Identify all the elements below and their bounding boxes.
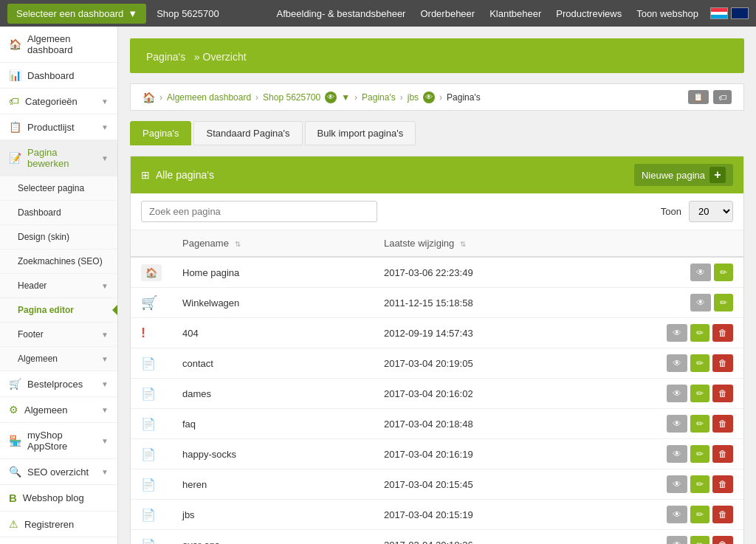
sidebar-item-webshop-blog[interactable]: B Webshop blog [0, 485, 117, 512]
actions-cell: 👁 ✏🗑 [655, 409, 743, 439]
edit-button[interactable]: ✏ [690, 385, 709, 402]
view-button[interactable]: 👁 [690, 264, 711, 281]
view-button[interactable]: 👁 [667, 324, 687, 342]
sidebar-item-productlijst[interactable]: 📋 Productlijst ▼ [0, 114, 117, 140]
active-indicator [112, 304, 118, 316]
edit-button[interactable]: ✏ [690, 536, 709, 544]
icon-cell: 📄 [131, 530, 172, 545]
edit-button[interactable]: ✏ [690, 506, 709, 523]
delete-button[interactable]: 🗑 [712, 475, 733, 493]
view-button[interactable]: 👁 [667, 536, 687, 544]
trash-icon: 🗑 [718, 419, 727, 429]
search-input[interactable] [141, 201, 377, 222]
view-button[interactable]: 👁 [667, 506, 687, 523]
eye-icon-2[interactable]: 👁 [423, 92, 435, 103]
page-name-cell: jbs [172, 500, 374, 530]
pen-icon: ✏ [696, 479, 704, 489]
sidebar-item-design-skin[interactable]: Design (skin) [0, 225, 117, 249]
edit-button[interactable]: ✏ [690, 445, 709, 463]
menu-item-bestandsbeheer[interactable]: Afbeelding- & bestandsbeheer [277, 8, 406, 19]
sidebar-item-pagina-bewerken[interactable]: 📝 Pagina bewerken ▼ [0, 140, 117, 176]
chevron-right-icon: ▼ [101, 123, 109, 131]
new-page-button[interactable]: Nieuwe pagina + [634, 164, 733, 186]
doc-icon: 📄 [141, 418, 156, 430]
doc-icon: 📄 [141, 448, 156, 461]
delete-button[interactable]: 🗑 [712, 536, 733, 544]
last-modified-cell: 2017-03-04 20:15:19 [374, 500, 655, 530]
sidebar-item-bestelproces[interactable]: 🛒 Bestelproces ▼ [0, 371, 117, 397]
delete-button[interactable]: 🗑 [712, 385, 733, 402]
chevron-right-icon: ▼ [101, 154, 109, 162]
tab-bulk-import[interactable]: Bulk import pagina's [305, 121, 416, 145]
breadcrumb-sep: › [400, 92, 403, 103]
sidebar-item-dashboard-sub[interactable]: Dashboard [0, 201, 117, 225]
view-button[interactable]: 👁 [667, 415, 687, 433]
edit-button[interactable]: ✏ [690, 475, 709, 493]
home-breadcrumb-icon[interactable]: 🏠 [142, 92, 155, 103]
icon-cell: 🏠 [131, 257, 172, 288]
trash-icon: 🗑 [718, 479, 727, 489]
sidebar-item-footer[interactable]: Footer ▼ [0, 323, 117, 347]
breadcrumb-jbs[interactable]: jbs [408, 92, 419, 103]
sidebar-item-seo-overzicht[interactable]: 🔍 SEO overzicht ▼ [0, 459, 117, 485]
sidebar-item-pagina-editor[interactable]: Pagina editor [0, 298, 117, 323]
flag-luxembourg[interactable] [710, 7, 728, 19]
col-pagename[interactable]: Pagename ⇅ [172, 230, 374, 257]
sort-icon: ⇅ [235, 240, 241, 248]
edit-button[interactable]: ✏ [690, 324, 709, 342]
sidebar-item-zoekmachines-seo[interactable]: Zoekmachines (SEO) [0, 249, 117, 274]
sort-icon: ⇅ [460, 240, 466, 248]
sidebar-item-myshop-appstore[interactable]: 🏪 myShop AppStore ▼ [0, 423, 117, 459]
edit-button[interactable]: ✏ [714, 294, 733, 311]
col-last-modified[interactable]: Laatste wijziging ⇅ [374, 230, 655, 257]
delete-button[interactable]: 🗑 [712, 445, 733, 463]
breadcrumb-copy-button[interactable]: 📋 [688, 90, 709, 104]
select-dashboard-label: Selecteer een dashboard [16, 8, 123, 19]
view-button[interactable]: 👁 [667, 475, 687, 493]
delete-button[interactable]: 🗑 [712, 415, 733, 433]
view-button[interactable]: 👁 [690, 294, 711, 311]
sidebar-item-categorieen[interactable]: 🏷 Categorieën ▼ [0, 89, 117, 114]
sidebar-item-algemeen-main[interactable]: ⚙ Algemeen ▼ [0, 397, 117, 423]
plus-icon: + [709, 167, 726, 183]
delete-button[interactable]: 🗑 [712, 506, 733, 523]
sidebar-item-algemeen-dashboard[interactable]: 🏠 Algemeen dashboard [0, 27, 117, 63]
menu-item-orderbeheer[interactable]: Orderbeheer [420, 8, 475, 19]
sidebar-item-registreren[interactable]: ⚠ Registreren [0, 512, 117, 537]
eye-icon: 👁 [673, 419, 681, 429]
menu-item-toon-webshop[interactable]: Toon webshop [636, 8, 698, 19]
sidebar-item-label: Pagina editor [18, 305, 74, 315]
select-dashboard-button[interactable]: Selecteer een dashboard ▼ [7, 4, 146, 24]
eye-icon[interactable]: 👁 [325, 92, 337, 103]
chevron-down-icon: ▼ [128, 8, 137, 19]
eye-icon: 👁 [673, 449, 681, 459]
chevron-right-icon: ▼ [101, 282, 109, 290]
eye-icon: 👁 [673, 509, 681, 520]
toon-select[interactable]: 20 10 50 100 [689, 201, 733, 222]
breadcrumb-shop[interactable]: Shop 5625700 [263, 92, 320, 103]
trash-icon: 🗑 [718, 449, 727, 459]
tab-paginas[interactable]: Pagina's [130, 121, 191, 145]
sidebar-item-header[interactable]: Header ▼ [0, 274, 117, 298]
tab-standaard-paginas[interactable]: Standaard Pagina's [193, 121, 302, 145]
edit-button[interactable]: ✏ [690, 354, 709, 372]
view-button[interactable]: 👁 [667, 354, 687, 372]
view-button[interactable]: 👁 [667, 385, 687, 402]
menu-item-productreviews[interactable]: Productreviews [556, 8, 622, 19]
breadcrumb-paginas[interactable]: Pagina's [362, 92, 396, 103]
flag-uk[interactable] [731, 7, 749, 19]
edit-button[interactable]: ✏ [714, 264, 733, 281]
menu-item-klantbeheer[interactable]: Klantbeheer [489, 8, 541, 19]
breadcrumb-tag-button[interactable]: 🏷 [713, 90, 732, 104]
sidebar-item-dashboard[interactable]: 📊 Dashboard [0, 63, 117, 89]
delete-button[interactable]: 🗑 [712, 354, 733, 372]
sidebar-item-selecteer-pagina[interactable]: Selecteer pagina [0, 176, 117, 201]
view-button[interactable]: 👁 [667, 445, 687, 463]
trash-icon: 🗑 [718, 358, 727, 368]
edit-button[interactable]: ✏ [690, 415, 709, 433]
trash-icon: 🗑 [718, 540, 727, 544]
actions-cell: 👁 ✏🗑 [655, 500, 743, 530]
sidebar-item-algemeen-sub[interactable]: Algemeen ▼ [0, 347, 117, 371]
breadcrumb-algemeen-dashboard[interactable]: Algemeen dashboard [167, 92, 251, 103]
delete-button[interactable]: 🗑 [712, 324, 733, 342]
